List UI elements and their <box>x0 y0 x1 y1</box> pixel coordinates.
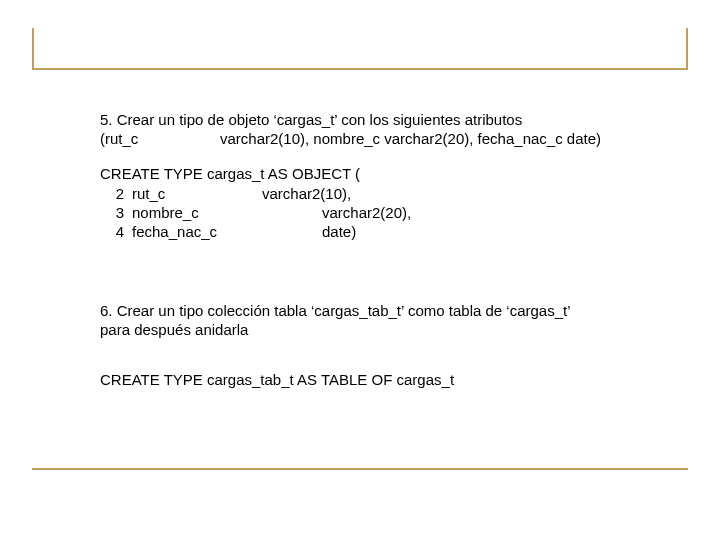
question-6: 6. Crear un tipo colección tabla ‘cargas… <box>100 301 660 339</box>
field-type: date) <box>322 223 356 240</box>
content-area: 5. Crear un tipo de objeto ‘cargas_t’ co… <box>100 110 660 395</box>
field-type: varchar2(10), <box>262 185 351 202</box>
code5-head: CREATE TYPE cargas_t AS OBJECT ( <box>100 164 660 183</box>
code-block-6: CREATE TYPE cargas_tab_t AS TABLE OF car… <box>100 370 660 389</box>
q6-line2: para después anidarla <box>100 320 660 339</box>
q5-rest: varchar2(10), nombre_c varchar2(20), fec… <box>220 130 601 147</box>
code-block-5: CREATE TYPE cargas_t AS OBJECT ( 2rut_cv… <box>100 164 660 241</box>
code5-line2: 2rut_cvarchar2(10), <box>100 184 660 203</box>
field-type: varchar2(20), <box>322 204 411 221</box>
field-name: nombre_c <box>132 203 322 222</box>
q5-line2: (rut_cvarchar2(10), nombre_c varchar2(20… <box>100 129 660 148</box>
q5-line1: 5. Crear un tipo de objeto ‘cargas_t’ co… <box>100 110 660 129</box>
lineno: 3 <box>100 203 124 222</box>
title-frame <box>32 28 688 70</box>
code5-line3: 3nombre_cvarchar2(20), <box>100 203 660 222</box>
code5-line4: 4fecha_nac_cdate) <box>100 222 660 241</box>
field-name: rut_c <box>132 184 262 203</box>
q6-line1: 6. Crear un tipo colección tabla ‘cargas… <box>100 301 660 320</box>
field-name: fecha_nac_c <box>132 222 322 241</box>
lineno: 4 <box>100 222 124 241</box>
code6-line: CREATE TYPE cargas_tab_t AS TABLE OF car… <box>100 370 660 389</box>
question-5: 5. Crear un tipo de objeto ‘cargas_t’ co… <box>100 110 660 148</box>
lineno: 2 <box>100 184 124 203</box>
slide: 5. Crear un tipo de objeto ‘cargas_t’ co… <box>0 0 720 540</box>
bottom-rule <box>32 468 688 470</box>
q5-rut-label: (rut_c <box>100 129 220 148</box>
